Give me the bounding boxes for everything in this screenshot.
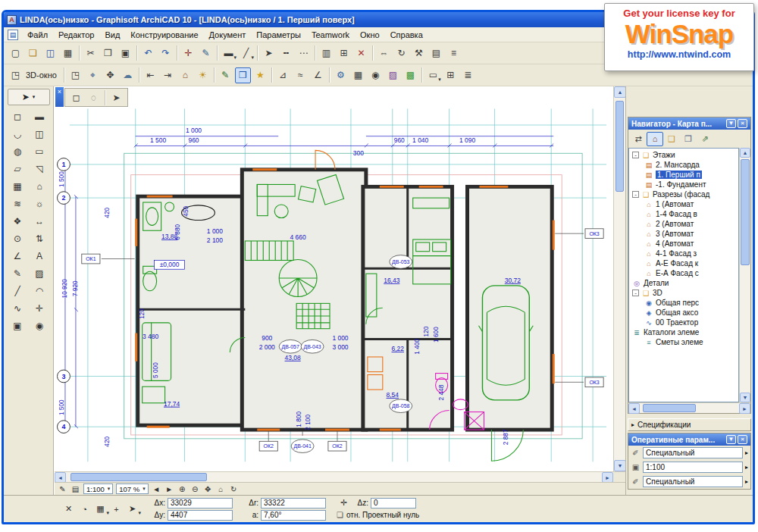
menu-вид[interactable]: Вид: [99, 29, 125, 41]
trace-icon[interactable]: ▤: [69, 483, 82, 495]
door-tool[interactable]: ◡: [7, 125, 29, 142]
label-tool[interactable]: ✎: [7, 264, 29, 282]
next-view-icon[interactable]: ⇥: [160, 67, 176, 83]
document-icon[interactable]: ▤: [8, 30, 18, 40]
line-options-icon[interactable]: ╱▾: [238, 45, 254, 61]
view-combo-icon[interactable]: ▭▾: [425, 67, 441, 83]
wall-options-icon[interactable]: ▬▾: [221, 45, 236, 61]
roof-tool[interactable]: ◹: [29, 160, 51, 177]
floor-plan[interactable]: 1 5001 0009609601 0401 0903001 50010 920…: [55, 86, 613, 471]
menu-параметры[interactable]: Параметры: [251, 29, 306, 41]
fill-tool[interactable]: ▨: [29, 264, 51, 282]
rotate-icon[interactable]: ↻: [393, 45, 409, 61]
spline-tool[interactable]: ∿: [7, 299, 29, 317]
plus-icon[interactable]: +: [109, 502, 124, 516]
settings-icon[interactable]: ⚙: [333, 67, 349, 83]
tree-item[interactable]: -❑Разрезы (фасад: [629, 189, 738, 199]
line-tool[interactable]: ╱: [7, 282, 29, 299]
walk-icon[interactable]: ✥: [102, 67, 118, 83]
tree-item[interactable]: ∿00 Траектор: [629, 318, 738, 327]
tree-item[interactable]: ◉Общая перс: [629, 298, 738, 308]
close-tracker-icon[interactable]: ✕: [61, 502, 76, 516]
tree-item[interactable]: ≣Каталоги элеме: [629, 327, 738, 337]
flyout-arrow-icon[interactable]: ▸: [745, 478, 748, 485]
mesh-tool[interactable]: ▦: [7, 177, 29, 195]
panel-close-icon[interactable]: ×: [738, 435, 747, 444]
tree-item[interactable]: ◈Общая аксо: [629, 308, 738, 318]
paste-icon[interactable]: ▣: [117, 45, 133, 61]
columns-icon[interactable]: ▥: [318, 45, 334, 61]
angle-dim-tool[interactable]: ∠: [7, 247, 29, 264]
tree-item[interactable]: ⌂3 (Автомат: [629, 229, 738, 239]
move-icon[interactable]: ⇔: [376, 45, 392, 61]
arc-tool[interactable]: ◠: [29, 282, 51, 299]
home-view-icon[interactable]: ⌂: [177, 67, 193, 83]
tree-item[interactable]: ≡Сметы элеме: [629, 337, 738, 347]
zoom-select[interactable]: 107 %▾: [116, 483, 148, 494]
zoom-out-icon[interactable]: ⊖: [189, 483, 202, 495]
options-icon[interactable]: ≡: [446, 45, 462, 61]
section-icon[interactable]: ∠: [310, 67, 326, 83]
quick-option-select[interactable]: Специальный: [643, 476, 743, 487]
pick-up-parameters-icon[interactable]: ✛: [180, 45, 196, 61]
dropdown-arrow-icon[interactable]: ▾: [251, 55, 254, 61]
tree-item[interactable]: ⌂А-Е Фасад к: [629, 258, 738, 268]
drag-rect-icon[interactable]: ◻: [68, 89, 84, 105]
fit-icon[interactable]: ⌂: [215, 483, 227, 495]
scale-select[interactable]: 1:100▾: [83, 483, 113, 494]
quick-options-header[interactable]: Оперативные парам... ▼ ×: [628, 433, 750, 446]
undo-icon[interactable]: ↶: [140, 45, 156, 61]
tree-item[interactable]: ⌂1 (Автомат: [629, 199, 738, 209]
print-icon[interactable]: ▦: [60, 45, 76, 61]
menu-документ[interactable]: Документ: [204, 29, 252, 41]
tools-icon[interactable]: ⚒: [411, 45, 427, 61]
expand-arrow-icon[interactable]: ▸: [631, 421, 634, 428]
cut-icon[interactable]: ✂: [83, 45, 99, 61]
column-tool[interactable]: ◍: [7, 142, 29, 160]
flyout-arrow-icon[interactable]: ▸: [745, 464, 748, 471]
prev-zoom-icon[interactable]: ◄: [150, 483, 163, 495]
angle-snap-icon[interactable]: ◔: [77, 502, 92, 516]
dropdown-arrow-icon[interactable]: ▾: [233, 55, 236, 61]
redo-icon[interactable]: ↷: [158, 45, 174, 61]
camera-tool[interactable]: ◉: [29, 317, 51, 334]
open-icon[interactable]: ❏: [25, 45, 41, 61]
arrow-tool[interactable]: ➤▾: [8, 89, 50, 105]
sun-icon[interactable]: ☀: [195, 67, 211, 83]
project-map-icon[interactable]: ⌂: [647, 132, 663, 146]
figure-tool[interactable]: ▣: [7, 317, 29, 334]
tree-item[interactable]: ◎Детали: [629, 278, 738, 288]
tree-expander-icon[interactable]: -: [632, 152, 639, 158]
panel-menu-icon[interactable]: ▼: [726, 435, 736, 444]
dash-icon[interactable]: ╍: [278, 45, 294, 61]
stair-tool[interactable]: ≋: [7, 195, 29, 212]
radial-dim-tool[interactable]: ⊙: [7, 230, 29, 247]
quick-option-select[interactable]: Специальный: [643, 447, 743, 458]
plan-viewport[interactable]: × ◻◌➤: [55, 86, 613, 471]
coordinate-input[interactable]: 0: [371, 498, 416, 509]
navigator-tree-scrollbar[interactable]: ▲ ▼: [739, 148, 750, 402]
wall-tool[interactable]: ▬: [29, 108, 51, 125]
text-tool[interactable]: A: [29, 247, 51, 264]
window-tool[interactable]: ◫: [29, 125, 51, 142]
coordinate-input[interactable]: 4407: [168, 510, 233, 521]
tree-item[interactable]: -❑Этажи: [629, 150, 738, 160]
copy-icon[interactable]: ❐: [100, 45, 116, 61]
3d-projection-icon[interactable]: ◳: [67, 67, 83, 83]
menu-справка[interactable]: Справка: [385, 29, 428, 41]
ad-url[interactable]: http://www.ntwind.com: [605, 49, 753, 60]
dimension-tool[interactable]: ↔: [29, 212, 51, 230]
grid-icon[interactable]: ⊞: [336, 45, 352, 61]
next-zoom-icon[interactable]: ►: [163, 483, 176, 495]
winsnap-ad[interactable]: Get your license key for WinSnap http://…: [604, 3, 754, 71]
flyout-arrow-icon[interactable]: ▸: [745, 449, 748, 456]
object-tool[interactable]: ❖: [7, 212, 29, 230]
camera-icon[interactable]: ⌖: [85, 67, 101, 83]
panel-close-icon[interactable]: ×: [738, 119, 747, 128]
horizontal-scrollbar[interactable]: ◄ ►: [55, 471, 625, 482]
navigator-header[interactable]: Навигатор - Карта п... ▼ ×: [628, 117, 750, 130]
quick-option-select[interactable]: 1:100: [643, 462, 743, 473]
photo-icon[interactable]: ◉: [368, 67, 384, 83]
tree-item[interactable]: ▤-1. Фундамент: [629, 180, 738, 189]
level-dim-tool[interactable]: ⇅: [29, 230, 51, 247]
